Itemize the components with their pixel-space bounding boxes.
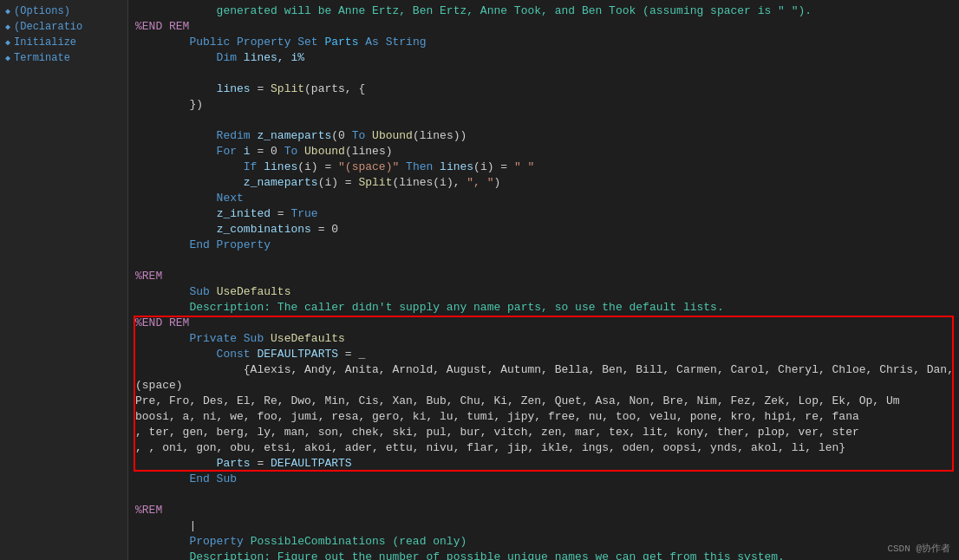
code-text: End Sub [135, 472, 237, 487]
code-line: End Sub [128, 472, 959, 487]
code-text [135, 81, 217, 97]
code-line: boosi, a, ni, we, foo, jumi, resa, gero,… [128, 409, 959, 425]
code-line: %END REM [128, 19, 959, 35]
code-line: Pre, Fro, Des, El, Re, Dwo, Min, Cis, Xa… [128, 394, 959, 409]
code-text: Property [135, 534, 251, 550]
sidebar-item-terminate-label: Terminate [14, 52, 70, 64]
code-text: Pre, Fro, Des, El, Re, Dwo, Min, Cis, Xa… [135, 394, 900, 409]
code-line: Description: Figure out the number of po… [128, 550, 959, 560]
code-line: , , oni, gon, obu, etsi, akoi, ader, ett… [128, 440, 959, 456]
code-line: Description: The caller didn't supply an… [128, 300, 959, 316]
diamond-icon-2: ◆ [5, 22, 10, 32]
code-line: End Property [128, 238, 959, 253]
code-area[interactable]: generated will be Anne Ertz, Ben Ertz, A… [128, 0, 959, 560]
code-line: %REM [128, 503, 959, 518]
sidebar-item-options-label: (Options) [14, 5, 70, 17]
code-line: | [128, 518, 959, 534]
code-line: Const DEFAULTPARTS = _ [128, 347, 959, 362]
code-line: }) [128, 97, 959, 113]
watermark: CSDN @协作者 [887, 542, 950, 555]
diamond-icon-3: ◆ [5, 37, 10, 48]
sidebar-item-terminate[interactable]: ◆ Terminate [0, 50, 127, 66]
code-line: Private Sub UseDefaults [128, 331, 959, 347]
code-line: %END REM [128, 316, 959, 331]
code-text: Sub [135, 284, 217, 300]
code-text: | [135, 518, 196, 534]
code-line: %REM [128, 269, 959, 284]
code-text: (space) [135, 378, 183, 394]
code-text: %END REM [135, 19, 189, 35]
code-line: , ter, gen, berg, ly, man, son, chek, sk… [128, 425, 959, 440]
diamond-icon: ◆ [5, 6, 10, 16]
code-text: {Alexis, Andy, Anita, Arnold, August, Au… [135, 362, 959, 378]
code-text: Next [135, 191, 244, 206]
code-text: End Property [135, 238, 271, 253]
code-line [128, 487, 959, 503]
code-text: %REM [135, 269, 162, 284]
sidebar-item-initialize[interactable]: ◆ Initialize [0, 35, 127, 50]
sidebar-item-declarations[interactable]: ◆ (Declaratio [0, 19, 127, 35]
code-text: Const [135, 347, 257, 362]
code-line: Property PossibleCombinations (read only… [128, 534, 959, 550]
code-line: {Alexis, Andy, Anita, Arnold, August, Au… [128, 362, 959, 378]
sidebar: ◆ (Options) ◆ (Declaratio ◆ Initialize ◆… [0, 0, 128, 560]
code-line: z_combinations = 0 [128, 222, 959, 238]
code-text [135, 35, 189, 50]
sidebar-item-declarations-label: (Declaratio [14, 21, 82, 33]
code-line: Next [128, 191, 959, 206]
code-text: If [135, 160, 264, 175]
code-line: Public Property Set Parts As String [128, 35, 959, 50]
code-text: For [135, 144, 244, 160]
code-text: Description: The caller didn't supply an… [135, 300, 724, 316]
diamond-icon-4: ◆ [5, 53, 10, 63]
code-line: Dim lines, i% [128, 50, 959, 66]
code-line [128, 66, 959, 81]
code-text: }) [135, 97, 203, 113]
sidebar-item-options[interactable]: ◆ (Options) [0, 3, 127, 19]
code-text: Dim [135, 50, 244, 66]
code-text [135, 206, 217, 222]
code-text: %END REM [135, 316, 189, 331]
code-text [135, 175, 244, 191]
code-line: For i = 0 To Ubound(lines) [128, 144, 959, 160]
code-text: Description: Figure out the number of po… [135, 550, 785, 560]
code-line [128, 253, 959, 269]
code-line: (space) [128, 378, 959, 394]
code-line: lines = Split(parts, { [128, 81, 959, 97]
code-line: generated will be Anne Ertz, Ben Ertz, A… [128, 3, 959, 19]
code-line: Redim z_nameparts(0 To Ubound(lines)) [128, 128, 959, 144]
code-text: , ter, gen, berg, ly, man, son, chek, sk… [135, 425, 859, 440]
sidebar-item-initialize-label: Initialize [14, 36, 76, 49]
code-text: generated will be Anne Ertz, Ben Ertz, A… [135, 3, 812, 19]
code-line [128, 113, 959, 128]
code-line: Parts = DEFAULTPARTS [128, 456, 959, 472]
code-text [135, 456, 217, 472]
main-content: generated will be Anne Ertz, Ben Ertz, A… [128, 0, 959, 560]
code-line: z_inited = True [128, 206, 959, 222]
code-text: Private Sub [135, 331, 271, 347]
code-text: boosi, a, ni, we, foo, jumi, resa, gero,… [135, 409, 859, 425]
code-text [135, 222, 217, 238]
code-line: Sub UseDefaults [128, 284, 959, 300]
code-line: If lines(i) = "(space)" Then lines(i) = … [128, 160, 959, 175]
code-line: z_nameparts(i) = Split(lines(i), ", ") [128, 175, 959, 191]
code-text: %REM [135, 503, 162, 518]
code-text: , , oni, gon, obu, etsi, akoi, ader, ett… [135, 440, 845, 456]
code-text: Redim [135, 128, 257, 144]
